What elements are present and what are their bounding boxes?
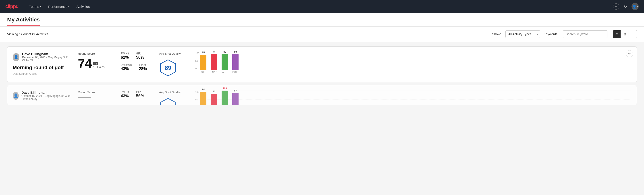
viewing-text: Viewing 12 out of 29 Activities (7, 32, 48, 36)
avatar: 👤 (13, 92, 19, 100)
hexagon-badge: 89 (159, 59, 177, 77)
hexagon-svg (159, 98, 177, 105)
page-title: My Activities (7, 16, 40, 26)
list-view-icon: ≡ (616, 32, 618, 36)
user-avatar-icon: 👤 (14, 55, 18, 60)
stats-section: FW Hit 43% GIR 56% (121, 90, 152, 98)
bar-app: 82 (211, 90, 217, 105)
brand-logo: clippd (5, 4, 18, 9)
activities-container: ✏ 👤 Dave Billingham December 05, 2021 - … (0, 42, 644, 110)
activity-card: ✏ 👤 Dave Billingham December 05, 2021 - … (7, 46, 637, 82)
score-holes: 18 Holes (93, 65, 104, 69)
round-score-label: Round Score (78, 52, 114, 55)
bar-app: 90 (211, 50, 217, 70)
data-source: Data Source: Arccos (13, 72, 71, 76)
view-buttons: ≡ ⊞ ☰ (613, 30, 637, 38)
activity-card: 👤 Dave Billingham October 16, 2021 - Gog… (7, 85, 637, 105)
page-header: My Activities (0, 13, 644, 26)
list-view-button[interactable]: ≡ (613, 30, 621, 38)
keywords-label: Keywords: (544, 32, 558, 36)
round-score-section: Round Score 74 +4 18 Holes (78, 52, 114, 70)
fw-hit-stat: FW Hit 62% (121, 52, 129, 60)
svg-marker-1 (160, 98, 176, 105)
user-date: October 16, 2021 - Gog Magog Golf Club -… (22, 94, 71, 100)
avatar-icon: 👤 (632, 4, 637, 9)
avatar-chevron-icon: ▾ (637, 5, 638, 8)
round-score-label: Round Score (78, 90, 114, 94)
score-number: 74 (78, 57, 92, 70)
gir-stat: GIR 50% (136, 52, 144, 60)
performance-chevron-icon: ▾ (68, 5, 70, 8)
nav-activities[interactable]: Activities (76, 5, 90, 8)
avatar: 👤 (13, 53, 20, 61)
avg-shot-label: Avg Shot Quality (159, 52, 181, 55)
stats-section: FW Hit 62% GIR 50% Up/Down 43% 1 Putt 28… (121, 52, 152, 71)
bar-putt: 87 (232, 89, 238, 105)
chart-section: 100 50 0 85 (195, 52, 631, 74)
chart-y-labels: 100 50 0 (195, 52, 200, 70)
show-label: Show: (492, 32, 501, 36)
teams-chevron-icon: ▾ (40, 5, 41, 8)
activity-type-dropdown-wrapper[interactable]: All Activity Types (506, 30, 540, 38)
chart-y-labels: 100 50 0 (195, 90, 200, 105)
navbar: clippd Teams ▾ Performance ▾ Activities … (0, 0, 644, 13)
compact-view-icon: ☰ (632, 32, 634, 36)
hexagon-badge: ... (159, 98, 177, 105)
user-name: Dave Billingham (22, 90, 71, 94)
nav-performance[interactable]: Performance ▾ (48, 5, 70, 8)
grid-view-button[interactable]: ⊞ (621, 30, 629, 38)
score-partial-indicator (78, 98, 91, 98)
avatar[interactable]: 👤 ▾ (632, 3, 639, 10)
user-avatar-icon: 👤 (14, 93, 18, 98)
bar-putt: 89 (232, 50, 238, 70)
nav-teams[interactable]: Teams ▾ (29, 5, 41, 8)
bar-ott: 94 (200, 88, 206, 105)
grid-view-icon: ⊞ (624, 32, 626, 36)
shot-quality-section: Avg Shot Quality ... (159, 90, 188, 105)
filter-bar: Viewing 12 out of 29 Activities Show: Al… (0, 26, 644, 42)
user-date: December 05, 2021 - Gog Magog Golf Club … (22, 56, 71, 62)
chart-section: 100 50 0 94 (195, 90, 631, 105)
user-info: 👤 Dave Billingham December 05, 2021 - Go… (13, 52, 71, 62)
activity-type-dropdown[interactable]: All Activity Types (506, 30, 540, 38)
nav-icons: + ↻ 👤 ▾ (613, 3, 639, 10)
round-score-section: Round Score (78, 90, 114, 98)
card-info: 👤 Dave Billingham October 16, 2021 - Gog… (13, 90, 71, 103)
bar-arg: 106 (222, 87, 228, 105)
user-info: 👤 Dave Billingham October 16, 2021 - Gog… (13, 90, 71, 100)
shot-quality-section: Avg Shot Quality 89 (159, 52, 188, 77)
gir-stat: GIR 56% (136, 90, 144, 98)
activity-title: Morning round of golf (13, 65, 71, 70)
fw-hit-stat: FW Hit 43% (121, 90, 129, 98)
avg-shot-label: Avg Shot Quality (159, 90, 181, 94)
bar-labels: OTT APP ARG PUTT (200, 71, 631, 74)
user-name: Dave Billingham (22, 52, 71, 56)
card-info: 👤 Dave Billingham December 05, 2021 - Go… (13, 52, 71, 76)
updown-stat: Up/Down 43% (121, 63, 132, 71)
compact-view-button[interactable]: ☰ (629, 30, 637, 38)
bar-arg: 89 (222, 50, 228, 70)
bar-ott: 85 (200, 51, 206, 70)
refresh-icon[interactable]: ↻ (624, 4, 627, 9)
search-input[interactable] (563, 30, 608, 38)
one-putt-stat: 1 Putt 28% (139, 63, 147, 71)
bar-chart: 85 90 89 (200, 52, 631, 70)
score-badge: +4 (93, 62, 98, 65)
add-icon[interactable]: + (613, 3, 619, 10)
bar-chart: 94 82 106 (200, 90, 631, 105)
